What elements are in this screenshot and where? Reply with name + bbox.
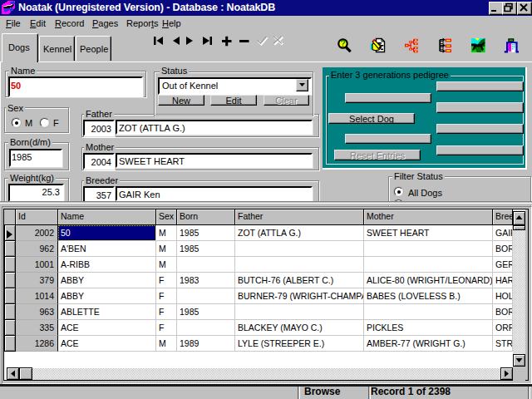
svg-text:?: ? <box>340 39 345 48</box>
